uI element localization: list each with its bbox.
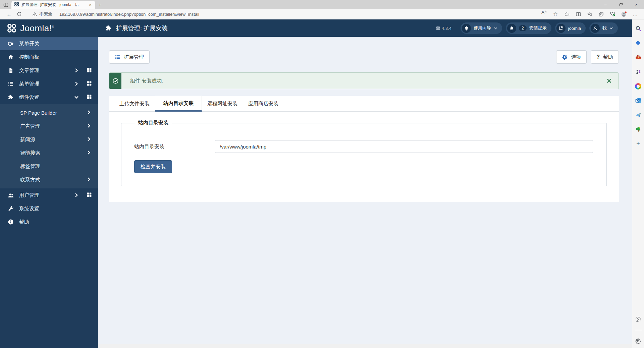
site-security-chip[interactable]: 不安全 xyxy=(32,11,52,17)
install-card: 上传文件安装 站内目录安装 远程网址安装 应用商店安装 站内目录安装 站内目录安… xyxy=(109,96,619,202)
submenu-item-smart-search[interactable]: 智能搜索 xyxy=(0,146,98,160)
games-icon[interactable] xyxy=(635,68,642,75)
alert-icon-strip xyxy=(109,73,121,89)
reload-icon[interactable] xyxy=(14,10,24,18)
version-badge: 4.3.4 xyxy=(436,26,451,31)
sidebar: 菜单开关 控制面板 文章管理 xyxy=(0,37,98,348)
submenu-item-newsfeeds[interactable]: 新闻源 xyxy=(0,133,98,146)
header-actions: 4.3.4 使用向导 2 安装提示 xyxy=(436,22,632,34)
tab-install-from-url[interactable]: 远程网址安装 xyxy=(202,96,243,111)
directory-field-label: 站内目录安装 xyxy=(134,143,215,150)
puzzle-icon xyxy=(7,94,14,100)
manage-extensions-button[interactable]: 扩展管理 xyxy=(109,50,150,64)
notifications-button[interactable]: 2 安装提示 xyxy=(506,22,551,34)
install-tabs: 上传文件安装 站内目录安装 远程网址安装 应用商店安装 xyxy=(109,96,619,112)
content-toolbar: 扩展管理 选项 ? 帮助 xyxy=(109,50,619,64)
wrench-icon xyxy=(7,206,14,212)
admin-header: Joomla!® 扩展管理: 扩展安装 4.3.4 使用向导 xyxy=(0,19,632,37)
tab-upload-package[interactable]: 上传文件安装 xyxy=(114,96,155,111)
dashboard-grid-icon[interactable] xyxy=(87,67,92,74)
joomla-version-icon xyxy=(436,26,440,30)
horizontal-scrollbar[interactable] xyxy=(98,344,632,348)
dashboard-grid-icon[interactable] xyxy=(87,94,92,101)
sidebar-settings-icon[interactable] xyxy=(635,337,642,345)
tab-close-icon[interactable]: × xyxy=(88,2,93,7)
read-aloud-icon[interactable]: A xyxy=(539,10,549,18)
list-icon xyxy=(115,54,120,60)
split-screen-icon[interactable] xyxy=(574,10,583,18)
view-site-button[interactable]: joomla xyxy=(555,22,586,34)
sidebar-item-menus[interactable]: 菜单管理 xyxy=(0,77,98,91)
chevron-right-icon xyxy=(74,81,79,86)
address-url[interactable]: 192.168.0.99/administrator/index.php?opt… xyxy=(59,12,199,17)
toolbar-right: 选项 ? 帮助 xyxy=(556,50,619,64)
joomla-logo[interactable]: Joomla!® xyxy=(0,19,98,37)
check-and-install-button[interactable]: 检查并安装 xyxy=(134,160,172,173)
microsoft365-copilot-icon[interactable] xyxy=(635,82,642,90)
admin-body: 菜单开关 控制面板 文章管理 xyxy=(0,37,632,348)
submenu-item-contacts[interactable]: 联系方式 xyxy=(0,173,98,186)
tab-groups-icon[interactable] xyxy=(596,10,606,18)
install-directory-input[interactable] xyxy=(215,140,593,153)
extensions-icon[interactable] xyxy=(562,10,572,18)
dashboard-grid-icon[interactable] xyxy=(87,192,92,198)
customize-sidebar-icon[interactable]: + xyxy=(635,140,642,148)
back-icon[interactable]: ← xyxy=(4,10,14,18)
sidebar-item-help[interactable]: 帮助 xyxy=(0,215,98,229)
search-icon[interactable] xyxy=(635,25,642,32)
shopping-icon[interactable] xyxy=(635,39,642,47)
chevron-right-icon xyxy=(74,68,79,73)
edge-sidebar-rail: + xyxy=(632,19,644,348)
home-icon xyxy=(7,54,14,60)
chevron-right-icon xyxy=(87,137,91,142)
options-button[interactable]: 选项 xyxy=(556,50,587,64)
submenu-item-tags[interactable]: 标签管理 xyxy=(0,160,98,173)
sidebar-item-users[interactable]: 用户管理 xyxy=(0,188,98,202)
browser-essentials-icon[interactable] xyxy=(608,10,617,18)
dashboard-grid-icon[interactable] xyxy=(87,81,92,87)
favorite-star-icon[interactable]: ☆ xyxy=(551,10,560,18)
new-tab-button[interactable]: + xyxy=(95,1,105,9)
chevron-right-icon xyxy=(87,110,91,116)
article-icon xyxy=(7,68,14,73)
alert-close-icon[interactable] xyxy=(606,78,612,83)
screenshot-icon[interactable] xyxy=(635,315,642,323)
sidebar-item-components[interactable]: 组件设置 xyxy=(0,91,98,104)
outlook-icon[interactable] xyxy=(635,97,642,104)
joomla-logo-text: Joomla!® xyxy=(20,23,54,34)
restore-button[interactable] xyxy=(613,0,629,9)
browser-tab-active[interactable]: 扩展管理: 扩展安装 - joomla - 后 × xyxy=(11,1,95,9)
sidebar-item-system[interactable]: 系统设置 xyxy=(0,202,98,215)
tab-install-from-folder[interactable]: 站内目录安装 xyxy=(155,96,202,112)
question-icon: ? xyxy=(596,54,600,60)
tab-install-from-web[interactable]: 应用商店安装 xyxy=(243,96,284,111)
favorites-hub-icon[interactable] xyxy=(585,10,594,18)
tab-layout-icon[interactable] xyxy=(0,0,11,9)
minimize-button[interactable]: – xyxy=(598,0,613,9)
sidebar-item-menu-toggle[interactable]: 菜单开关 xyxy=(0,37,98,50)
page-title: 扩展管理: 扩展安装 xyxy=(116,24,168,32)
submenu-item-banners[interactable]: 广告管理 xyxy=(0,119,98,133)
browser-menu-icon[interactable]: … xyxy=(631,10,640,18)
tree-icon[interactable] xyxy=(635,126,642,133)
help-button[interactable]: ? 帮助 xyxy=(591,50,619,64)
alert-message: 组件 安装成功. xyxy=(121,78,606,84)
joomla-admin-page: Joomla!® 扩展管理: 扩展安装 4.3.4 使用向导 xyxy=(0,19,632,348)
close-window-button[interactable]: × xyxy=(629,0,644,9)
success-alert: 组件 安装成功. xyxy=(109,72,619,89)
chevron-down-icon xyxy=(74,95,79,100)
sidebar-item-dashboard[interactable]: 控制面板 xyxy=(0,50,98,64)
info-icon xyxy=(7,219,14,225)
sidebar-item-content[interactable]: 文章管理 xyxy=(0,64,98,77)
submenu-item-sp-page-builder[interactable]: SP Page Builder xyxy=(0,106,98,119)
guided-tour-button[interactable]: 使用向导 xyxy=(461,22,502,34)
drop-icon[interactable] xyxy=(635,111,642,119)
window-controls: – × xyxy=(598,0,644,9)
notifications-count: 2 xyxy=(519,25,527,31)
user-menu-button[interactable]: 我 xyxy=(589,22,618,34)
profile-avatar[interactable] xyxy=(619,10,629,18)
chevron-right-icon xyxy=(74,193,79,197)
tab-title: 扩展管理: 扩展安装 - joomla - 后 xyxy=(21,2,86,8)
toolbox-icon[interactable] xyxy=(635,54,642,61)
directory-field-row: 站内目录安装 xyxy=(134,140,593,153)
